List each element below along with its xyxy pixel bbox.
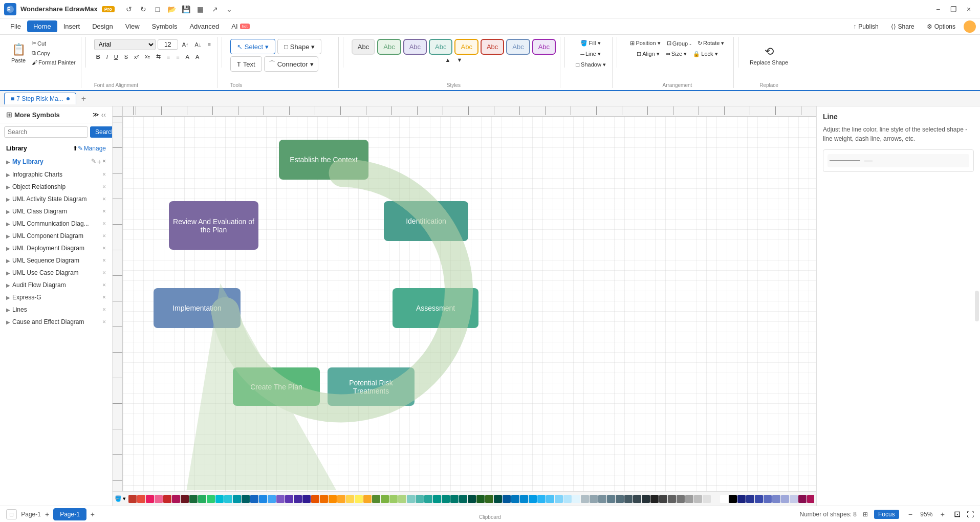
copy-button[interactable]: ⧉ Copy bbox=[30, 49, 78, 57]
align-arrange-button[interactable]: ⊟ Align ▾ bbox=[635, 50, 662, 58]
menu-design[interactable]: Design bbox=[86, 20, 119, 32]
close-uml-component-icon[interactable]: × bbox=[102, 232, 106, 240]
align-button[interactable]: ≡ bbox=[205, 40, 212, 49]
connector-button[interactable]: ⌒ Connector ▾ bbox=[264, 56, 318, 72]
color-swatch[interactable] bbox=[329, 495, 337, 503]
format-painter-button[interactable]: 🖌 Format Painter bbox=[30, 58, 78, 67]
publish-button[interactable]: ↑ Publish bbox=[849, 21, 882, 32]
paste-button[interactable]: 📋 Paste bbox=[7, 37, 30, 70]
shape-identification[interactable]: Identitication bbox=[384, 201, 468, 241]
color-swatch[interactable] bbox=[137, 495, 145, 503]
color-swatch[interactable] bbox=[807, 495, 814, 503]
color-swatch[interactable] bbox=[476, 495, 485, 503]
style-6[interactable]: Abc bbox=[481, 39, 504, 55]
color-swatch[interactable] bbox=[355, 495, 363, 503]
group-button[interactable]: ⊡ Group - bbox=[665, 39, 693, 48]
menu-advanced[interactable]: Advanced bbox=[183, 20, 225, 32]
shape-implementation[interactable]: Implementation bbox=[154, 288, 241, 328]
color-swatch[interactable] bbox=[598, 495, 606, 503]
color-swatch[interactable] bbox=[764, 495, 772, 503]
sidebar-item-object-relationship[interactable]: ▶ Object Relationship × bbox=[4, 181, 108, 193]
color-swatch[interactable] bbox=[294, 495, 302, 503]
style-4[interactable]: Abc bbox=[429, 39, 452, 55]
cut-button[interactable]: ✂ Cut bbox=[30, 39, 78, 48]
minimize-button[interactable]: − bbox=[931, 2, 945, 16]
search-input[interactable] bbox=[4, 126, 88, 138]
sidebar-item-my-library[interactable]: ▶ My Library ✎ + × bbox=[4, 155, 108, 168]
position-button[interactable]: ⊞ Position ▾ bbox=[628, 39, 662, 48]
color-swatch[interactable] bbox=[155, 495, 163, 503]
underline-button[interactable]: U bbox=[112, 53, 120, 61]
sidebar-collapse-button[interactable]: ‹‹ bbox=[101, 111, 106, 119]
color-swatch[interactable] bbox=[468, 495, 476, 503]
color-swatch[interactable] bbox=[459, 495, 467, 503]
menu-symbols[interactable]: Symbols bbox=[146, 20, 184, 32]
menu-view[interactable]: View bbox=[119, 20, 146, 32]
rotate-button[interactable]: ↻ Rotate ▾ bbox=[695, 39, 726, 48]
styles-up[interactable]: ▲ bbox=[443, 56, 453, 64]
avatar[interactable] bbox=[964, 20, 976, 33]
select-button[interactable]: ↖ Select ▾ bbox=[230, 39, 275, 54]
style-5[interactable]: Abc bbox=[454, 39, 478, 55]
color-swatch[interactable] bbox=[242, 495, 250, 503]
close-uml-usecase-icon[interactable]: × bbox=[102, 269, 106, 276]
replace-shape-button[interactable]: ⟲ Replace Shape bbox=[747, 39, 791, 72]
color-swatch[interactable] bbox=[389, 495, 398, 503]
search-button[interactable]: Search bbox=[90, 126, 113, 138]
font-color-button[interactable]: A bbox=[184, 53, 191, 61]
text-highlight-button[interactable]: A bbox=[193, 53, 201, 61]
color-swatch[interactable] bbox=[572, 495, 580, 503]
color-swatch[interactable] bbox=[494, 495, 502, 503]
sidebar-item-cause-effect[interactable]: ▶ Cause and Effect Diagram × bbox=[4, 316, 108, 328]
color-swatch[interactable] bbox=[268, 495, 276, 503]
sidebar-item-infographic[interactable]: ▶ Infographic Charts × bbox=[4, 168, 108, 181]
color-swatch[interactable] bbox=[215, 495, 224, 503]
color-swatch[interactable] bbox=[259, 495, 267, 503]
color-swatch[interactable] bbox=[633, 495, 641, 503]
sidebar-item-uml-sequence[interactable]: ▶ UML Sequence Diagram × bbox=[4, 254, 108, 267]
indent-button[interactable]: ≡ bbox=[174, 53, 181, 61]
color-swatch[interactable] bbox=[503, 495, 511, 503]
color-swatch[interactable] bbox=[285, 495, 293, 503]
lock-button[interactable]: 🔒 Lock ▾ bbox=[691, 50, 720, 58]
sidebar-item-uml-activity[interactable]: ▶ UML Activity State Diagram × bbox=[4, 193, 108, 205]
color-swatch[interactable] bbox=[755, 495, 763, 503]
color-swatch[interactable] bbox=[537, 495, 546, 503]
color-swatch[interactable] bbox=[363, 495, 372, 503]
undo-button[interactable]: ↺ bbox=[123, 3, 135, 15]
color-swatch[interactable] bbox=[302, 495, 311, 503]
style-3[interactable]: Abc bbox=[403, 39, 427, 55]
close-uml-comm-icon[interactable]: × bbox=[102, 220, 106, 227]
font-family-select[interactable]: Arial bbox=[94, 39, 156, 50]
color-swatch[interactable] bbox=[659, 495, 667, 503]
color-swatch[interactable] bbox=[407, 495, 415, 503]
sidebar-item-uml-deployment[interactable]: ▶ UML Deployment Diagram × bbox=[4, 242, 108, 254]
color-swatch[interactable] bbox=[233, 495, 241, 503]
text-button[interactable]: T Text bbox=[230, 56, 262, 72]
color-swatch[interactable] bbox=[772, 495, 780, 503]
shape-establish-context[interactable]: Establish the Context bbox=[279, 140, 368, 180]
color-swatch[interactable] bbox=[790, 495, 798, 503]
color-swatch[interactable] bbox=[181, 495, 189, 503]
italic-button[interactable]: I bbox=[104, 53, 110, 61]
menu-file[interactable]: File bbox=[4, 20, 27, 32]
shape-risk-treatments[interactable]: Potential Risk Treatments bbox=[328, 367, 415, 406]
color-swatch[interactable] bbox=[529, 495, 537, 503]
color-swatch[interactable] bbox=[250, 495, 258, 503]
style-7[interactable]: Abc bbox=[506, 39, 530, 55]
decrease-font-button[interactable]: A↓ bbox=[193, 40, 204, 49]
sidebar-item-audit-flow[interactable]: ▶ Audit Flow Diagram × bbox=[4, 279, 108, 291]
shape-create-plan[interactable]: Create The Plan bbox=[233, 367, 320, 406]
add-tab-button[interactable]: + bbox=[77, 92, 90, 105]
canvas-area[interactable]: Establish the Context Review And Evaluat… bbox=[113, 106, 816, 506]
color-swatch[interactable] bbox=[416, 495, 424, 503]
close-lines-icon[interactable]: × bbox=[102, 306, 106, 313]
color-swatch[interactable] bbox=[607, 495, 615, 503]
color-swatch[interactable] bbox=[146, 495, 154, 503]
sidebar-item-express-g[interactable]: ▶ Express-G × bbox=[4, 291, 108, 303]
menu-home[interactable]: Home bbox=[27, 20, 57, 32]
shadow-button[interactable]: ◻ Shadow ▾ bbox=[573, 60, 608, 69]
list-button[interactable]: ≡ bbox=[165, 53, 172, 61]
color-swatch[interactable] bbox=[737, 495, 746, 503]
color-swatch[interactable] bbox=[189, 495, 198, 503]
